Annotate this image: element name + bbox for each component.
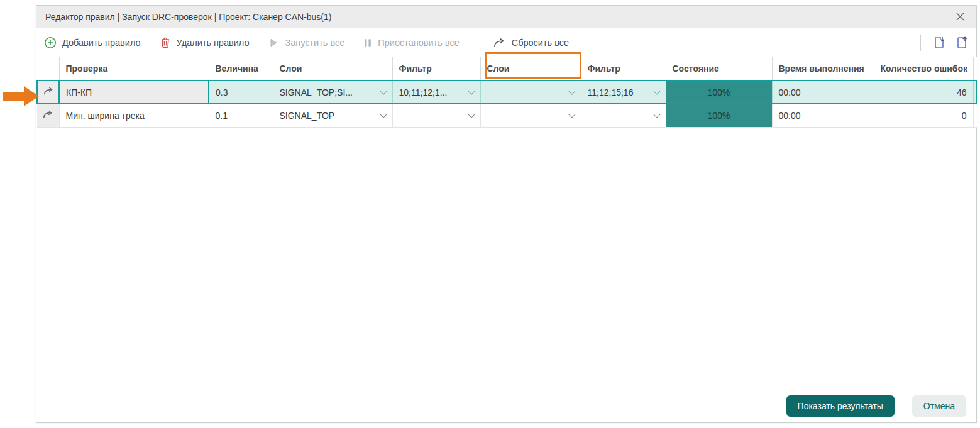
cell-layers-1[interactable]: SIGNAL_TOP [273,104,392,127]
export-rules-button[interactable] [955,35,969,50]
import-rules-button[interactable] [932,35,946,50]
add-rule-button[interactable]: Добавить правило [44,36,141,49]
progress-bar: 100% [666,81,772,103]
show-results-button[interactable]: Показать результаты [786,395,895,417]
header-check: Проверка [59,57,209,80]
chevron-down-icon [468,111,475,118]
cell-end-spacer [973,104,977,127]
dropdown-value: 10;11;12;1... [399,87,448,97]
add-rule-label: Добавить правило [62,38,141,48]
dropdown-value: SIGNAL_TOP;SI... [280,87,353,97]
delete-rule-label: Удалить правило [177,38,250,48]
table-row-min-track-width[interactable]: Мин. ширина трека 0.1 SIGNAL_TOP 100% 00… [37,104,977,127]
curved-arrow-icon [41,109,54,119]
cell-time: 00:00 [772,104,874,127]
cell-time: 00:00 [772,80,874,104]
chevron-down-icon [653,87,660,94]
run-all-label: Запустить все [285,38,344,48]
toolbar-divider [920,35,921,51]
cell-errors: 46 [874,80,973,104]
chevron-down-icon [568,87,575,94]
row-reset-button[interactable] [37,80,59,104]
play-icon [268,37,279,48]
annotation-arrow [3,85,40,107]
pause-icon [363,37,372,48]
reset-all-label: Сбросить все [512,38,569,48]
table-header-row: Проверка Величина Слои Фильтр Слои Фильт… [37,57,977,80]
header-time: Время выполнения [772,57,874,80]
cell-value[interactable]: 0.1 [209,104,273,127]
cell-filter-2[interactable] [581,104,666,127]
footer: Показать результаты Отмена [786,395,966,417]
pause-all-label: Приостановить все [378,38,459,48]
cell-filter-1[interactable] [392,104,480,127]
table-row-kp-kp[interactable]: КП-КП 0.3 SIGNAL_TOP;SI... 10;11;12;1...… [37,80,977,104]
cell-layers-2[interactable] [480,104,581,127]
dialog-title: Редактор правил | Запуск DRC-проверок | … [45,12,331,22]
toolbar-right-group [920,35,969,51]
header-filter-2: Фильтр [581,57,666,80]
cell-check[interactable]: Мин. ширина трека [59,104,209,127]
titlebar: Редактор правил | Запуск DRC-проверок | … [36,6,976,28]
chevron-down-icon [380,111,387,118]
cell-layers-1[interactable]: SIGNAL_TOP;SI... [273,80,392,104]
header-layers-2: Слои [480,57,581,80]
header-end-spacer [973,57,977,80]
drc-rules-dialog: Редактор правил | Запуск DRC-проверок | … [36,5,977,423]
toolbar: Добавить правило Удалить правило Запусти… [36,28,976,57]
document-arrow-up-icon [955,35,969,50]
row-reset-button[interactable] [37,104,59,127]
plus-circle-icon [44,36,57,49]
progress-bar: 100% [666,104,772,127]
reset-all-button[interactable]: Сбросить все [492,37,569,48]
header-filter-1: Фильтр [392,57,480,80]
close-icon [955,12,965,21]
cancel-button[interactable]: Отмена [912,395,966,417]
curved-arrow-icon [42,86,55,96]
chevron-down-icon [568,111,575,118]
close-button[interactable] [952,9,967,25]
dropdown-value: 11;12;15;16 [588,87,634,97]
dropdown-value: SIGNAL_TOP [280,111,335,121]
cell-value[interactable]: 0.3 [209,80,273,104]
header-layers-1: Слои [273,57,392,80]
cell-filter-1[interactable]: 10;11;12;1... [392,80,480,104]
cell-end-spacer [973,80,977,104]
run-all-button[interactable]: Запустить все [268,37,344,48]
chevron-down-icon [380,87,387,94]
reset-icon [492,37,506,48]
cell-check[interactable]: КП-КП [59,80,209,104]
cell-errors: 0 [874,104,973,127]
cell-progress: 100% [666,104,772,127]
rules-table: Проверка Величина Слои Фильтр Слои Фильт… [36,57,977,128]
trash-icon [160,36,171,49]
header-errors: Количество ошибок [874,57,973,80]
cell-layers-2[interactable] [480,80,581,104]
header-spacer [37,57,59,80]
pause-all-button[interactable]: Приостановить все [363,37,459,48]
chevron-down-icon [468,87,475,94]
cell-filter-2[interactable]: 11;12;15;16 [581,80,666,104]
cell-progress: 100% [666,80,772,104]
header-value: Величина [209,57,273,80]
header-state: Состояние [666,57,772,80]
delete-rule-button[interactable]: Удалить правило [160,36,250,49]
chevron-down-icon [653,111,660,118]
document-arrow-down-icon [932,35,946,50]
